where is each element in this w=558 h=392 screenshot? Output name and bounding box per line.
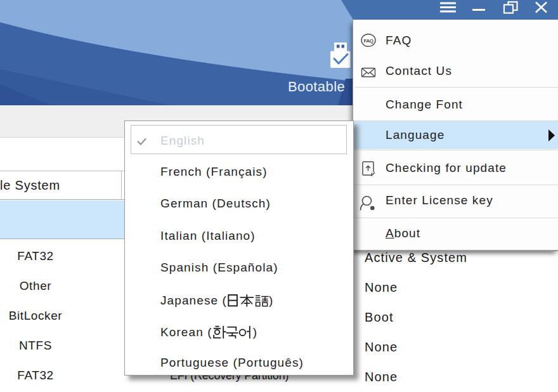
svg-text:FAQ: FAQ: [364, 38, 373, 44]
